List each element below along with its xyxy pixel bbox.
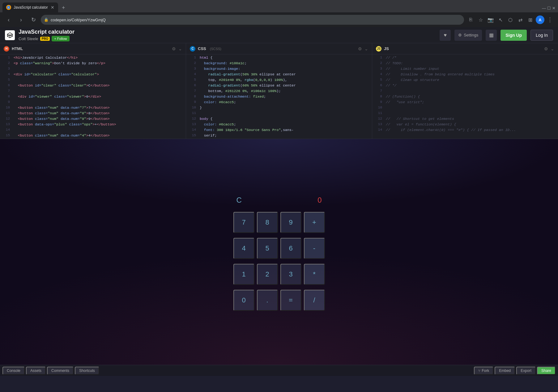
calc-btn-divide[interactable]: / xyxy=(304,290,325,311)
js-settings-icon[interactable]: ⚙ xyxy=(544,46,548,51)
url-bar-wrap: 🔒 xyxy=(41,15,464,25)
js-lang-label: JS xyxy=(384,46,389,51)
calc-btn-6[interactable]: 6 xyxy=(280,238,301,259)
js-chevron-icon[interactable]: ⌄ xyxy=(551,46,554,51)
login-button[interactable]: Log In xyxy=(530,30,553,41)
js-lang-icon: JS xyxy=(376,46,381,52)
reload-button[interactable]: ↻ xyxy=(28,15,38,25)
calc-btn-5[interactable]: 5 xyxy=(257,238,278,259)
profile-avatar[interactable]: A xyxy=(536,15,544,24)
calculator-preview: C 0 7 8 9 + 4 5 6 - 1 2 3 * xyxy=(232,193,327,311)
export-button[interactable]: Export xyxy=(516,367,536,375)
assets-tab[interactable]: Assets xyxy=(26,367,46,375)
code-line: 6 <button id="clear" class="clear">C</bu… xyxy=(0,83,186,89)
forward-button[interactable]: › xyxy=(16,15,26,25)
url-input[interactable] xyxy=(41,15,464,25)
settings-button[interactable]: ⚙ Settings xyxy=(454,30,482,41)
grid-view-icon[interactable]: ⊞ xyxy=(526,15,535,24)
minimize-button[interactable]: — xyxy=(542,6,546,11)
css-settings-icon[interactable]: ⚙ xyxy=(358,46,362,51)
code-line: 10 <button class="num" data-num="7">7</b… xyxy=(0,106,186,111)
codepen-logo[interactable] xyxy=(5,30,15,40)
html-settings-icon[interactable]: ⚙ xyxy=(172,46,176,51)
code-line: 14 xyxy=(0,128,186,133)
grid-layout-button[interactable]: ▦ xyxy=(486,30,497,41)
browser-chrome: C JavaScript calculator ✕ + — ☐ ✕ ‹ › ↻ … xyxy=(0,0,558,27)
html-chevron-icon[interactable]: ⌄ xyxy=(178,46,182,51)
html-lang-label: HTML xyxy=(12,46,23,51)
close-button[interactable]: ✕ xyxy=(552,6,556,11)
code-line: 14 font: 300 18px/1.6 "Source Sans Pro",… xyxy=(186,128,372,133)
tab-bar: C JavaScript calculator ✕ + — ☐ ✕ xyxy=(0,0,558,12)
code-line: 4// Disallow . from being entered multip… xyxy=(372,72,558,78)
fork-button[interactable]: ⑂ Fork xyxy=(474,367,493,375)
css-code-editor[interactable]: 1html { 2 background: #100a1c; 3 backgro… xyxy=(186,54,372,139)
code-line: 6 radial-gradient(60% 50% ellipse at cen… xyxy=(186,83,372,89)
code-line: 6// */ xyxy=(372,83,558,89)
lock-icon: 🔒 xyxy=(44,18,49,22)
js-code-editor[interactable]: 1// /* 2// TODO: 3// Limit number input … xyxy=(372,54,558,139)
code-line: 2 background: #100a1c; xyxy=(186,61,372,67)
tab-close-button[interactable]: ✕ xyxy=(51,5,54,10)
shortcuts-tab[interactable]: Shortcuts xyxy=(75,367,99,375)
embed-button[interactable]: Embed xyxy=(495,367,515,375)
back-button[interactable]: ‹ xyxy=(4,15,14,25)
signup-button[interactable]: Sign Up xyxy=(500,30,527,41)
code-line: 1// /* xyxy=(372,56,558,61)
calc-btn-plus[interactable]: + xyxy=(304,212,325,233)
fork-label: Fork xyxy=(482,369,489,373)
screenshot-icon[interactable]: 📷 xyxy=(486,15,495,24)
export-label: Export xyxy=(521,369,531,373)
console-tab-label: Console xyxy=(7,369,20,373)
calc-btn-0[interactable]: 0 xyxy=(233,290,254,311)
calc-btn-9[interactable]: 9 xyxy=(280,212,301,233)
sync-icon[interactable]: ⇄ xyxy=(516,15,525,24)
calc-btn-multiply[interactable]: * xyxy=(304,264,325,285)
bookmark-icon[interactable]: ☆ xyxy=(476,15,485,24)
extensions-icon[interactable]: ⬡ xyxy=(506,15,515,24)
cursor-icon[interactable]: ↖ xyxy=(496,15,505,24)
code-line: 13 <button data-ops="plus" class="ops">+… xyxy=(0,122,186,128)
code-line: 2// TODO: xyxy=(372,61,558,67)
cast-icon[interactable]: ⎘ xyxy=(466,15,475,24)
comments-tab[interactable]: Comments xyxy=(47,367,74,375)
calc-btn-8[interactable]: 8 xyxy=(257,212,278,233)
code-line: 1<h1>JavaScript Calculator</h1> xyxy=(0,56,186,61)
more-menu-button[interactable]: ⋮ xyxy=(546,15,554,24)
calc-btn-4[interactable]: 4 xyxy=(233,238,254,259)
preview-area: C 0 7 8 9 + 4 5 6 - 1 2 3 * xyxy=(0,139,558,365)
code-line: 12body { xyxy=(186,117,372,122)
pen-title: JavaScript calculator xyxy=(19,29,75,35)
new-tab-button[interactable]: + xyxy=(59,3,68,12)
css-chevron-icon[interactable]: ⌄ xyxy=(364,46,368,51)
html-panel-header: H HTML ⚙ ⌄ xyxy=(0,43,186,54)
settings-label: Settings xyxy=(464,33,478,37)
code-line: 7 bottom, #261226 0%, #100a1c 100%); xyxy=(186,89,372,95)
maximize-button[interactable]: ☐ xyxy=(547,6,551,11)
code-line: 15 serif; xyxy=(186,133,372,139)
calc-btn-3[interactable]: 3 xyxy=(280,264,301,285)
code-line: 4 radial-gradient(50% 30% ellipse at cen… xyxy=(186,72,372,78)
code-line: 9 xyxy=(0,100,186,106)
html-code-editor[interactable]: 1<h1>JavaScript Calculator</h1> 2<p clas… xyxy=(0,54,186,139)
follow-button[interactable]: + Follow xyxy=(52,36,69,41)
calc-btn-1[interactable]: 1 xyxy=(233,264,254,285)
console-tab[interactable]: Console xyxy=(2,367,25,375)
html-lang-icon: H xyxy=(4,46,9,52)
js-panel: JS JS ⚙ ⌄ 1// /* 2// TODO: 3// Limit num… xyxy=(372,43,558,139)
active-tab[interactable]: C JavaScript calculator ✕ xyxy=(2,2,58,12)
calc-btn-minus[interactable]: - xyxy=(304,238,325,259)
tab-title: JavaScript calculator xyxy=(14,5,48,10)
calc-btn-dot[interactable]: . xyxy=(257,290,278,311)
code-line: 13// var el = function(element) { xyxy=(372,122,558,128)
calc-btn-equals[interactable]: = xyxy=(280,290,301,311)
code-line: 11 <button class="num" data-num="8">8</b… xyxy=(0,111,186,117)
calc-row-2: 4 5 6 - xyxy=(233,238,325,259)
code-line: 9// "use strict"; xyxy=(372,100,558,106)
code-line: 13 color: #6cacc5; xyxy=(186,122,372,128)
calc-btn-2[interactable]: 2 xyxy=(257,264,278,285)
embed-label: Embed xyxy=(499,369,511,373)
share-button[interactable]: Share xyxy=(537,367,556,375)
calc-btn-7[interactable]: 7 xyxy=(233,212,254,233)
heart-button[interactable]: ♥ xyxy=(440,30,451,41)
